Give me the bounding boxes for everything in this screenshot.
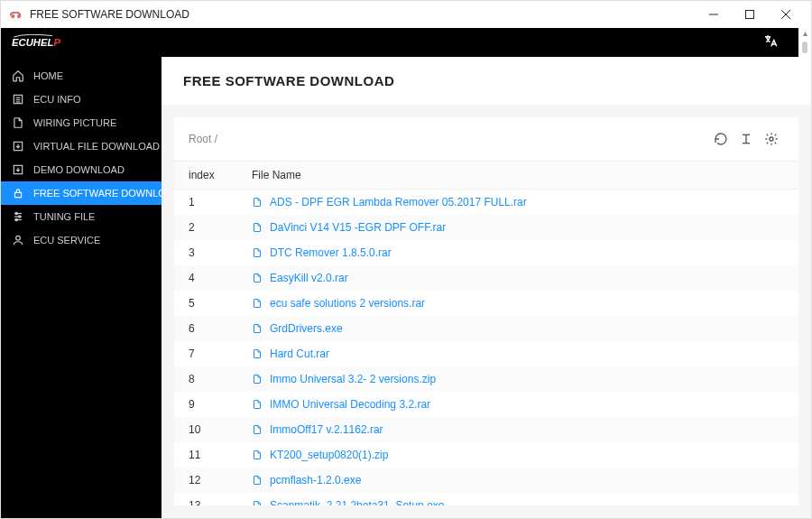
table-row: 3DTC Remover 1.8.5.0.rar <box>174 240 798 265</box>
row-index: 13 <box>189 499 252 505</box>
row-index: 8 <box>189 373 252 385</box>
svg-text:ECUHEL: ECUHEL <box>12 37 53 48</box>
table-row: 9IMMO Universal Decoding 3.2.rar <box>174 392 798 417</box>
header-index: index <box>189 169 252 181</box>
table-header: index File Name <box>174 161 798 190</box>
sidebar-item-label: ECU SERVICE <box>33 235 100 246</box>
download-box-icon <box>12 163 24 176</box>
file-link[interactable]: Scanmatik_2.21.2beta31_Setup.exe <box>252 499 784 505</box>
file-link[interactable]: DaVinci V14 V15 -EGR DPF OFF.rar <box>252 221 784 234</box>
file-name: GrdDrivers.exe <box>270 322 343 335</box>
file-link[interactable]: DTC Remover 1.8.5.0.rar <box>252 246 784 259</box>
file-link[interactable]: Hard Cut.rar <box>252 348 784 360</box>
row-index: 5 <box>189 297 252 310</box>
translate-button[interactable] <box>762 33 779 53</box>
list-icon <box>12 93 24 106</box>
file-icon <box>12 116 24 129</box>
file-icon <box>252 423 263 436</box>
scrollbar-vertical[interactable]: ▴ <box>798 28 811 57</box>
file-icon <box>252 348 263 360</box>
window-titlebar: FREE SOFTWARE DOWNLOAD <box>1 1 811 28</box>
row-index: 4 <box>189 272 252 284</box>
table-row: 7Hard Cut.rar <box>174 341 798 366</box>
file-link[interactable]: Immo Universal 3.2- 2 versions.zip <box>252 373 784 385</box>
sidebar-item-free-software-downlo[interactable]: FREE SOFTWARE DOWNLO... <box>1 181 161 205</box>
file-name: DaVinci V14 V15 -EGR DPF OFF.rar <box>270 221 446 234</box>
sidebar-item-wiring-picture[interactable]: WIRING PICTURE <box>1 111 161 134</box>
refresh-button[interactable] <box>708 126 734 152</box>
svg-point-21 <box>16 236 21 240</box>
table-body: 1ADS - DPF EGR Lambda Remover 05.2017 FU… <box>174 190 798 505</box>
row-index: 12 <box>189 474 252 487</box>
row-index: 1 <box>189 196 252 209</box>
file-link[interactable]: ecu safe solutions 2 versions.rar <box>252 297 784 310</box>
file-name: EasyKill v2.0.rar <box>270 272 348 284</box>
file-icon <box>252 499 263 505</box>
table-row: 13Scanmatik_2.21.2beta31_Setup.exe <box>174 493 798 505</box>
content-area: FREE SOFTWARE DOWNLOAD Root / index File… <box>161 57 811 518</box>
sidebar-item-tuning-file[interactable]: TUNING FILE <box>1 205 161 228</box>
file-icon <box>252 196 263 209</box>
file-link[interactable]: EasyKill v2.0.rar <box>252 272 784 284</box>
row-index: 9 <box>189 398 252 411</box>
card-toolbar: Root / <box>174 117 798 161</box>
svg-point-0 <box>12 15 14 18</box>
svg-rect-3 <box>746 11 754 19</box>
file-link[interactable]: ADS - DPF EGR Lambda Remover 05.2017 FUL… <box>252 196 784 209</box>
row-index: 10 <box>189 423 252 436</box>
file-name: IMMO Universal Decoding 3.2.rar <box>270 398 430 411</box>
sidebar-item-label: HOME <box>33 70 63 81</box>
sidebar-item-virtual-file-download[interactable]: VIRTUAL FILE DOWNLOAD <box>1 134 161 158</box>
file-card: Root / index File Name 1ADS - DPF EGR La… <box>174 117 798 505</box>
sidebar-item-label: WIRING PICTURE <box>33 117 116 128</box>
file-name: DTC Remover 1.8.5.0.rar <box>270 246 392 259</box>
app-icon <box>8 7 23 22</box>
sidebar-item-label: DEMO DOWNLOAD <box>33 164 125 175</box>
row-index: 3 <box>189 246 252 259</box>
sidebar: HOMEECU INFOWIRING PICTUREVIRTUAL FILE D… <box>1 57 161 518</box>
user-icon <box>12 234 24 246</box>
upload-button[interactable] <box>734 126 759 152</box>
file-name: ADS - DPF EGR Lambda Remover 05.2017 FUL… <box>270 196 527 209</box>
settings-button[interactable] <box>759 126 784 152</box>
file-link[interactable]: KT200_setup0820(1).zip <box>252 449 784 461</box>
file-link[interactable]: ImmoOff17 v.2.1162.rar <box>252 423 784 436</box>
table-row: 4EasyKill v2.0.rar <box>174 265 798 291</box>
row-index: 11 <box>189 449 252 461</box>
sidebar-item-label: TUNING FILE <box>33 211 95 222</box>
table-row: 8Immo Universal 3.2- 2 versions.zip <box>174 366 798 392</box>
close-button[interactable] <box>768 2 804 27</box>
file-name: ecu safe solutions 2 versions.rar <box>270 297 425 310</box>
sidebar-item-label: ECU INFO <box>33 94 81 105</box>
row-index: 2 <box>189 221 252 234</box>
header-file-name: File Name <box>252 169 784 181</box>
sidebar-item-ecu-service[interactable]: ECU SERVICE <box>1 228 161 252</box>
file-link[interactable]: IMMO Universal Decoding 3.2.rar <box>252 398 784 411</box>
file-name: pcmflash-1.2.0.exe <box>270 474 361 487</box>
header-ribbon: ECUHEL P ▴ <box>1 28 811 57</box>
breadcrumb[interactable]: Root / <box>189 133 708 145</box>
file-icon <box>252 221 263 234</box>
svg-point-25 <box>770 137 773 141</box>
row-index: 7 <box>189 348 252 360</box>
file-icon <box>252 449 263 461</box>
file-name: ImmoOff17 v.2.1162.rar <box>270 423 383 436</box>
file-icon <box>252 297 263 310</box>
table-row: 10ImmoOff17 v.2.1162.rar <box>174 417 798 442</box>
window-title: FREE SOFTWARE DOWNLOAD <box>30 8 696 21</box>
table-row: 5ecu safe solutions 2 versions.rar <box>174 291 798 316</box>
page-title: FREE SOFTWARE DOWNLOAD <box>183 73 789 88</box>
table-row: 12pcmflash-1.2.0.exe <box>174 468 798 493</box>
scrollbar-thumb[interactable] <box>802 42 807 53</box>
minimize-button[interactable] <box>696 2 732 27</box>
file-link[interactable]: GrdDrivers.exe <box>252 322 784 335</box>
file-icon <box>252 398 263 411</box>
sidebar-item-ecu-info[interactable]: ECU INFO <box>1 88 161 111</box>
sidebar-item-demo-download[interactable]: DEMO DOWNLOAD <box>1 158 161 181</box>
maximize-button[interactable] <box>732 2 768 27</box>
sidebar-item-home[interactable]: HOME <box>1 64 161 88</box>
file-name: Immo Universal 3.2- 2 versions.zip <box>270 373 436 385</box>
file-link[interactable]: pcmflash-1.2.0.exe <box>252 474 784 487</box>
tune-icon <box>12 210 24 223</box>
file-icon <box>252 373 263 385</box>
